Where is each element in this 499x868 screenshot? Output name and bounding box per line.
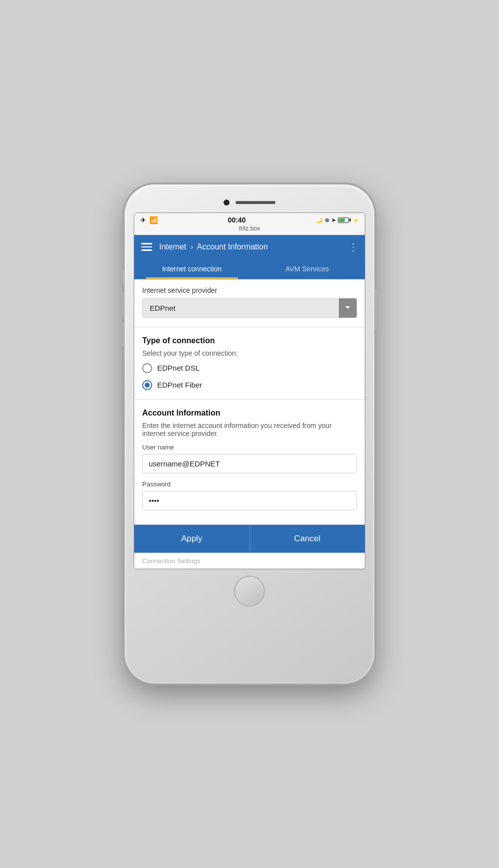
tab-bar: Internet connection AVM Services [134,259,365,279]
radio-fiber-circle [142,380,152,390]
url-bar: fritz.box [239,225,260,232]
location-icon: ➤ [331,217,336,223]
cancel-button[interactable]: Cancel [250,525,365,553]
status-left-icons: ✈ 📶 [140,216,158,224]
status-time: 00:40 [228,216,246,224]
charging-icon: ⚡ [353,217,359,223]
nav-title: Internet › Account Information [159,242,342,251]
account-section: Account Information Enter the internet a… [134,402,365,524]
status-bar: ✈ 📶 00:40 🌙 ⊕ ➤ ⚡ fritz. [134,213,365,235]
username-label: User name [142,443,357,451]
volume-down-button[interactable] [122,322,125,347]
connection-type-title: Type of connection [142,336,357,345]
account-section-title: Account Information [142,409,357,418]
breadcrumb-account: Account Information [197,242,268,251]
radio-dsl-label: EDPnet DSL [157,364,200,372]
phone-frame: ✈ 📶 00:40 🌙 ⊕ ➤ ⚡ fritz. [125,185,374,683]
tab-internet-connection[interactable]: Internet connection [134,259,250,279]
battery-indicator [338,217,351,223]
radio-dsl[interactable]: EDPnet DSL [142,363,357,373]
connection-type-section: Type of connection Select your type of c… [134,329,365,397]
status-right-icons: 🌙 ⊕ ➤ ⚡ [316,217,359,223]
radio-dsl-circle [142,363,152,373]
username-input[interactable] [142,454,357,473]
page-content: Internet service provider EDPnet Other T… [134,279,365,569]
home-button[interactable] [236,577,263,605]
mute-button[interactable] [122,269,125,284]
more-menu-button[interactable]: ⋮ [348,244,359,250]
phone-top-bar [134,200,365,206]
isp-section: Internet service provider EDPnet Other [134,279,365,325]
isp-select-wrapper: EDPnet Other [142,298,357,318]
airplane-icon: ✈ [140,216,146,224]
divider-1 [134,327,365,327]
tab-avm-services[interactable]: AVM Services [250,259,365,279]
breadcrumb-internet: Internet [159,242,186,251]
divider-2 [134,399,365,400]
volume-up-button[interactable] [122,292,125,317]
isp-label: Internet service provider [142,286,357,294]
footer-buttons: Apply Cancel [134,524,365,553]
peek-connection-settings: Connection Settings [134,553,365,569]
speaker [236,201,275,204]
nav-bar: Internet › Account Information ⋮ [134,235,365,259]
isp-select[interactable]: EDPnet Other [142,298,357,318]
account-section-desc: Enter the internet account information y… [142,422,357,437]
connection-radio-group: EDPnet DSL EDPnet Fiber [142,363,357,390]
radio-fiber[interactable]: EDPnet Fiber [142,380,357,390]
apply-button[interactable]: Apply [134,525,250,553]
connection-type-desc: Select your type of connection: [142,349,357,357]
wifi-icon: 📶 [149,216,158,224]
radio-fiber-label: EDPnet Fiber [157,381,202,389]
breadcrumb-sep: › [191,242,193,251]
power-button[interactable] [374,289,377,329]
front-camera [224,200,230,206]
moon-icon: 🌙 [316,217,323,223]
password-label: Password [142,480,357,488]
hamburger-menu[interactable] [140,242,153,252]
phone-screen: ✈ 📶 00:40 🌙 ⊕ ➤ ⚡ fritz. [134,213,365,569]
lock-icon: ⊕ [325,217,329,223]
password-input[interactable] [142,491,357,510]
